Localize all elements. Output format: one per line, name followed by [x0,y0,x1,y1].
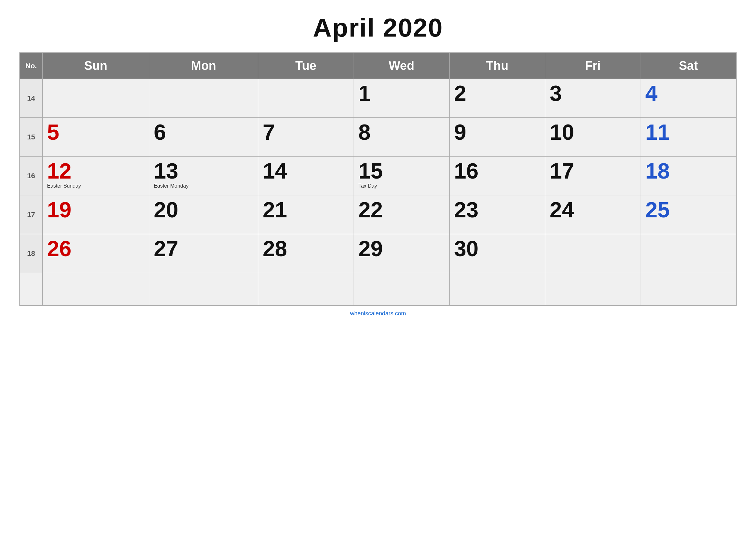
empty-cell [42,273,149,305]
week-row-16: 1612Easter Sunday13Easter Monday1415Tax … [20,156,736,195]
week-number: 18 [20,234,42,273]
day-number: 8 [359,121,445,143]
day-cell[interactable]: 13Easter Monday [149,156,258,195]
calendar-table: No. Sun Mon Tue Wed Thu Fri Sat 14123415… [19,52,737,306]
day-cell[interactable]: 27 [149,234,258,273]
day-cell[interactable]: 18 [641,156,736,195]
day-cell[interactable]: 28 [258,234,354,273]
day-number: 29 [359,238,445,259]
day-cell[interactable]: 15Tax Day [354,156,449,195]
day-number: 30 [454,238,540,259]
day-number: 5 [47,121,145,143]
day-cell[interactable]: 3 [545,79,641,118]
holiday-label: Tax Day [359,183,445,189]
day-number: 12 [47,160,145,182]
day-cell [42,79,149,118]
week-number: 14 [20,79,42,118]
day-cell[interactable]: 8 [354,118,449,156]
day-cell [641,234,736,273]
day-number: 7 [263,121,349,143]
day-cell[interactable]: 2 [449,79,545,118]
day-number: 16 [454,160,540,182]
day-number: 11 [645,121,732,143]
week-number: 17 [20,195,42,234]
day-number: 28 [263,238,349,259]
day-cell[interactable]: 4 [641,79,736,118]
header-sun: Sun [42,53,149,79]
day-cell[interactable]: 29 [354,234,449,273]
week-number: 16 [20,156,42,195]
header-fri: Fri [545,53,641,79]
footer-link[interactable]: wheniscalendars.com [350,310,406,317]
day-cell[interactable]: 26 [42,234,149,273]
day-cell [545,234,641,273]
day-number: 1 [359,82,445,104]
empty-cell [149,273,258,305]
day-cell [149,79,258,118]
holiday-label: Easter Sunday [47,183,145,189]
day-cell[interactable]: 23 [449,195,545,234]
day-number: 6 [154,121,254,143]
empty-cell [354,273,449,305]
day-number: 17 [550,160,636,182]
day-cell[interactable]: 9 [449,118,545,156]
week-row-15: 15567891011 [20,118,736,156]
day-cell[interactable]: 16 [449,156,545,195]
day-number: 9 [454,121,540,143]
holiday-label: Easter Monday [154,183,254,189]
footer: wheniscalendars.com [350,310,406,317]
header-sat: Sat [641,53,736,79]
day-cell[interactable]: 19 [42,195,149,234]
day-cell[interactable]: 17 [545,156,641,195]
day-number: 20 [154,199,254,221]
week-row-18: 182627282930 [20,234,736,273]
week-row-14: 141234 [20,79,736,118]
day-number: 22 [359,199,445,221]
day-cell[interactable]: 25 [641,195,736,234]
header-thu: Thu [449,53,545,79]
header-row: No. Sun Mon Tue Wed Thu Fri Sat [20,53,736,79]
day-number: 2 [454,82,540,104]
day-number: 13 [154,160,254,182]
week-number: 15 [20,118,42,156]
day-number: 15 [359,160,445,182]
calendar-title: April 2020 [313,13,443,43]
day-cell[interactable]: 22 [354,195,449,234]
day-cell[interactable]: 30 [449,234,545,273]
day-number: 23 [454,199,540,221]
day-number: 27 [154,238,254,259]
day-cell [258,79,354,118]
day-number: 14 [263,160,349,182]
day-number: 10 [550,121,636,143]
empty-row [20,273,736,305]
empty-cell [449,273,545,305]
day-number: 24 [550,199,636,221]
day-cell[interactable]: 21 [258,195,354,234]
day-number: 4 [645,82,732,104]
day-cell[interactable]: 12Easter Sunday [42,156,149,195]
empty-cell [20,273,42,305]
day-cell[interactable]: 11 [641,118,736,156]
week-row-17: 1719202122232425 [20,195,736,234]
day-cell[interactable]: 14 [258,156,354,195]
day-number: 3 [550,82,636,104]
day-number: 26 [47,238,145,259]
day-cell[interactable]: 6 [149,118,258,156]
day-number: 19 [47,199,145,221]
day-cell[interactable]: 24 [545,195,641,234]
empty-cell [641,273,736,305]
day-number: 18 [645,160,732,182]
day-number: 25 [645,199,732,221]
day-cell[interactable]: 7 [258,118,354,156]
day-cell[interactable]: 10 [545,118,641,156]
empty-cell [258,273,354,305]
day-number: 21 [263,199,349,221]
day-cell[interactable]: 1 [354,79,449,118]
header-wed: Wed [354,53,449,79]
header-no: No. [20,53,42,79]
header-tue: Tue [258,53,354,79]
header-mon: Mon [149,53,258,79]
day-cell[interactable]: 5 [42,118,149,156]
empty-cell [545,273,641,305]
day-cell[interactable]: 20 [149,195,258,234]
